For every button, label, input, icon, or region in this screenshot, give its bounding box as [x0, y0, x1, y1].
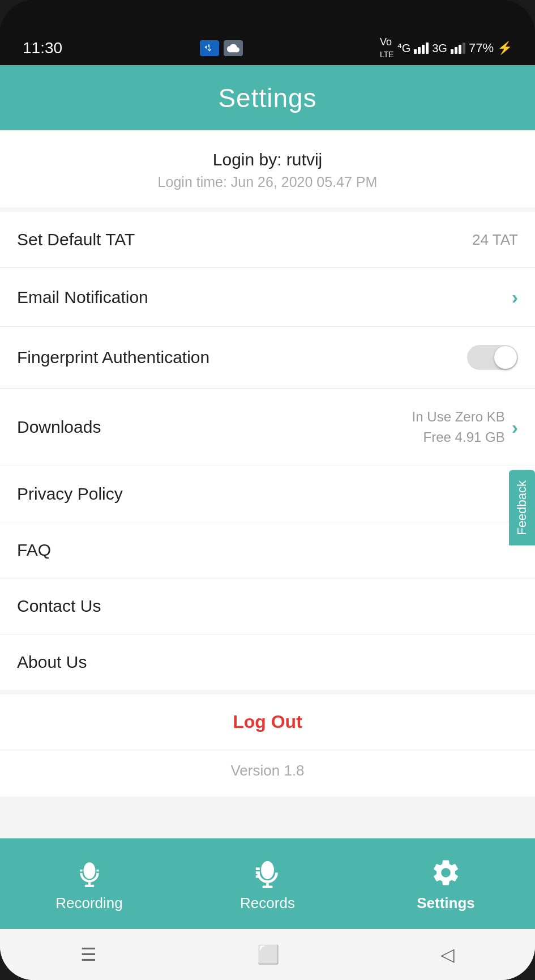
downloads-in-use: In Use Zero KB: [412, 407, 505, 427]
android-menu-icon[interactable]: ☰: [63, 938, 114, 971]
4g-signal: [414, 42, 429, 54]
email-label: Email Notification: [17, 288, 148, 307]
status-right: VoLTE ⁴G 3G 77% ⚡: [380, 36, 512, 60]
tat-value: 24 TAT: [472, 231, 518, 249]
android-back-icon[interactable]: ◁: [423, 938, 472, 971]
nav-settings-label: Settings: [417, 894, 475, 912]
settings-gear-icon: [429, 856, 463, 890]
downloads-value: In Use Zero KB Free 4.91 GB ›: [412, 407, 518, 448]
nav-item-records[interactable]: Records: [178, 850, 357, 918]
notch: [217, 10, 319, 22]
settings-item-about[interactable]: About Us: [0, 634, 535, 690]
android-home-icon[interactable]: ⬜: [240, 938, 297, 971]
svg-point-5: [261, 861, 274, 879]
4g-label: ⁴G: [397, 41, 411, 55]
3g-signal: [451, 42, 465, 54]
about-label: About Us: [17, 653, 87, 672]
phone-frame: 11:30 VoLTE ⁴G 3G: [0, 0, 535, 980]
downloads-chevron-icon: ›: [512, 416, 518, 438]
privacy-label: Privacy Policy: [17, 484, 123, 504]
settings-item-privacy[interactable]: Privacy Policy: [0, 466, 535, 522]
fingerprint-toggle[interactable]: [467, 345, 518, 370]
logout-button[interactable]: Log Out: [17, 711, 518, 732]
battery-percent: 77%: [469, 41, 494, 56]
toggle-knob: [494, 346, 517, 369]
version-section: Version 1.8: [0, 751, 535, 796]
downloads-label: Downloads: [17, 417, 101, 437]
usb-icon: [200, 40, 219, 56]
email-chevron-icon: ›: [512, 286, 518, 308]
svg-rect-2: [84, 884, 94, 887]
status-bar: 11:30 VoLTE ⁴G 3G: [0, 31, 535, 65]
downloads-storage-info: In Use Zero KB Free 4.91 GB: [412, 407, 505, 448]
fingerprint-label: Fingerprint Authentication: [17, 348, 209, 367]
battery-bolt-icon: ⚡: [497, 41, 512, 56]
volte-label: VoLTE: [380, 36, 394, 60]
feedback-tab[interactable]: Feedback: [509, 470, 535, 546]
nav-recording-label: Recording: [55, 894, 123, 912]
3g-label: 3G: [432, 42, 447, 55]
svg-rect-7: [262, 885, 272, 888]
settings-item-contact[interactable]: Contact Us: [0, 578, 535, 634]
settings-content: Feedback Login by: rutvij Login time: Ju…: [0, 130, 535, 838]
tat-label: Set Default TAT: [17, 230, 135, 249]
cloud-icon: [224, 40, 243, 56]
settings-item-downloads[interactable]: Downloads In Use Zero KB Free 4.91 GB ›: [0, 389, 535, 466]
settings-item-email[interactable]: Email Notification ›: [0, 268, 535, 327]
app-header: Settings: [0, 65, 535, 130]
contact-label: Contact Us: [17, 596, 101, 616]
settings-item-faq[interactable]: FAQ: [0, 522, 535, 578]
svg-point-0: [83, 862, 95, 879]
records-icon: [251, 856, 285, 890]
login-time-text: Login time: Jun 26, 2020 05.47 PM: [17, 174, 518, 190]
logout-section: Log Out: [0, 694, 535, 749]
nav-item-settings[interactable]: Settings: [357, 850, 535, 918]
faq-label: FAQ: [17, 540, 51, 560]
nav-records-label: Records: [240, 894, 295, 912]
login-by-text: Login by: rutvij: [17, 150, 518, 169]
app-screen: Settings Feedback Login by: rutvij Login…: [0, 65, 535, 980]
version-text: Version 1.8: [230, 762, 304, 779]
nav-item-recording[interactable]: Recording: [0, 850, 178, 918]
settings-item-fingerprint[interactable]: Fingerprint Authentication: [0, 327, 535, 389]
status-icons: [200, 40, 243, 56]
settings-list: Set Default TAT 24 TAT Email Notificatio…: [0, 212, 535, 690]
status-time: 11:30: [23, 39, 62, 57]
bottom-nav: Recording Records: [0, 838, 535, 929]
recording-icon: [72, 856, 106, 890]
downloads-free: Free 4.91 GB: [412, 427, 505, 448]
notch-area: [0, 0, 535, 31]
android-nav-bar: ☰ ⬜ ◁: [0, 929, 535, 980]
settings-item-tat[interactable]: Set Default TAT 24 TAT: [0, 212, 535, 268]
login-section: Login by: rutvij Login time: Jun 26, 202…: [0, 130, 535, 207]
header-title: Settings: [218, 83, 316, 113]
